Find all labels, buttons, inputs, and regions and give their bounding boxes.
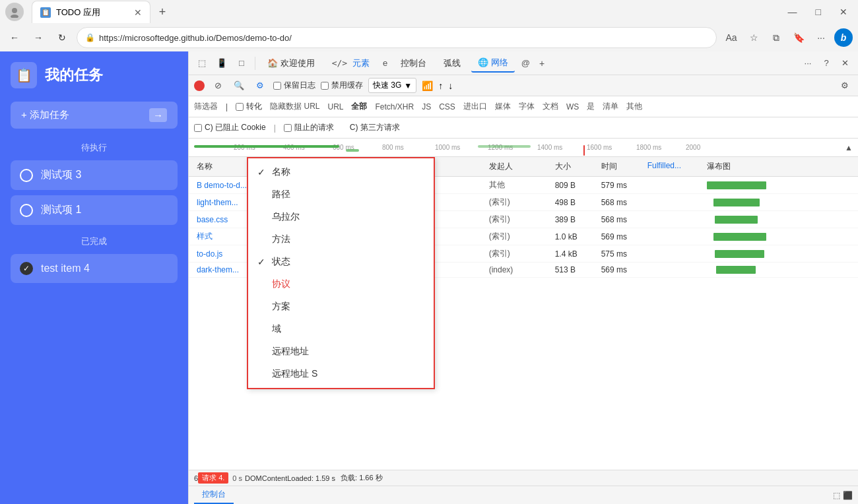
tabs-area: 📋 TODO 应用 ✕ + [32,1,172,23]
context-menu-item-name[interactable]: 名称 [248,161,434,183]
record-button[interactable] [194,80,205,91]
favorite-icon[interactable]: ☆ [744,28,763,47]
tab-close-button[interactable]: ✕ [134,7,142,18]
new-tab-button[interactable]: + [153,3,172,21]
context-menu-item-domain[interactable]: 域 [248,318,434,340]
cell-initiator: (索引) [486,196,552,208]
profile-icon[interactable] [5,3,24,21]
collections-icon[interactable]: 🔖 [789,28,808,47]
close-button[interactable]: ✕ [834,4,853,20]
third-party-checkbox[interactable]: C) 第三方请求 [350,122,400,133]
url-bar[interactable]: 🔒 https://microsoftedge.github.io/Demos/… [77,27,717,48]
list-item[interactable]: 测试项 1 [11,195,178,225]
convert-checkbox[interactable]: 转化 [236,101,262,112]
tab-at-label[interactable]: @ [519,58,533,68]
main-content: 📋 我的任务 + 添加任务 → 待执行 测试项 3 测试项 1 已完成 ✓ te… [0,51,858,504]
context-menu-item-scheme[interactable]: 方案 [248,296,434,318]
refresh-button[interactable]: ↻ [53,28,71,47]
context-menu[interactable]: 名称 路径 乌拉尔 方法 状态 协议 [247,157,435,389]
filter-other-button[interactable]: 其他 [626,101,642,112]
help-icon[interactable]: ? [818,55,834,71]
svg-point-0 [12,8,17,13]
devtools-toolbar: ⬚ 📱 □ 🏠 欢迎使用 </> 元素 e 控制台 弧线 🌐 网络 [189,51,858,75]
tab-elements[interactable]: </> 元素 [325,55,376,72]
convert-label: 转化 [246,101,262,112]
context-menu-item-remote-address-s[interactable]: 远程地址 S [248,363,434,385]
col-initiator-header[interactable]: 发起人 [486,160,552,173]
context-menu-item-path[interactable]: 路径 [248,183,434,206]
filter-clear-button[interactable]: 清单 [603,101,618,112]
read-aloud-icon[interactable]: Aa [722,28,741,47]
back-button[interactable]: ← [5,28,24,47]
cell-waterfall [704,181,853,190]
settings-icon[interactable]: ⚙ [837,78,853,94]
context-menu-item-remote-address[interactable]: 远程地址 [248,340,434,363]
timeline-marker-red [583,145,585,156]
maximize-button[interactable]: □ [810,4,826,20]
filter-doc-button[interactable]: 文档 [543,101,558,112]
timeline-mark-800: 800 ms [382,144,404,151]
filter-is-button[interactable]: 是 [587,101,595,112]
search-icon[interactable]: 🔍 [231,78,247,94]
col-time-header[interactable]: 时间 [599,160,645,173]
minimize-button[interactable]: — [783,4,803,20]
tab-e-label[interactable]: e [380,58,390,68]
filter-media-button[interactable]: 媒体 [495,101,511,112]
cell-fulfilled [645,253,704,255]
filter-icon[interactable]: ⚙ [252,78,268,94]
context-menu-item-status[interactable]: 状态 [248,251,434,273]
tab-console-bottom[interactable]: 控制台 [194,486,234,504]
context-menu-item-ural[interactable]: 乌拉尔 [248,206,434,228]
add-task-button[interactable]: + 添加任务 → [11,102,178,129]
col-waterfall-header[interactable]: 瀑布图 [704,160,853,173]
preserve-log-checkbox[interactable]: 保留日志 [273,80,315,91]
timeline-mark-2000: 2000 [686,144,700,151]
network-speed-dropdown[interactable]: 快速 3G ▼ [368,78,416,93]
blocked-requests-checkbox[interactable]: 阻止的请求 [284,122,334,133]
split-screen-icon[interactable]: ⧉ [767,28,785,47]
context-menu-item-method[interactable]: 方法 [248,228,434,251]
completed-circle-icon: ✓ [20,262,33,275]
task-circle-icon [20,169,33,182]
inspect-element-icon[interactable]: ⬚ [194,55,210,71]
filter-js-button[interactable]: JS [422,102,431,111]
tab-arc[interactable]: 弧线 [437,55,467,72]
tab-console[interactable]: 控制台 [394,55,433,72]
error-badge[interactable]: 请求 4. [198,472,228,484]
tab-welcome[interactable]: 🏠 欢迎使用 [261,55,321,72]
clear-button[interactable]: ⊘ [210,78,226,94]
filter-all-button[interactable]: 全部 [351,101,367,112]
toolbar-divider [255,57,255,70]
device-emulation-icon[interactable]: 📱 [214,55,230,71]
list-item[interactable]: ✓ test item 4 [11,254,178,283]
close-devtools-icon[interactable]: ✕ [837,55,853,71]
filter-font-button[interactable]: 字体 [519,101,535,112]
url-text: https://microsoftedge.github.io/Demos/de… [99,33,292,43]
forward-button[interactable]: → [29,28,48,47]
tab-network[interactable]: 🌐 网络 [471,54,515,73]
network-table: 名称 发起人 大小 时间 Fulfilled... 瀑布图 [189,157,858,486]
screenshot-icon[interactable]: □ [234,55,249,71]
col-fulfilled-header[interactable]: Fulfilled... [645,160,704,173]
tab-plus-label[interactable]: + [537,58,547,69]
block-cookies-checkbox[interactable]: C) 已阻止 Cookie [194,122,266,133]
collapse-icon[interactable]: ⬛ [843,491,853,500]
filter-ws-button[interactable]: WS [566,102,579,111]
col-size-header[interactable]: 大小 [552,160,599,173]
cell-initiator: (索引) [486,230,552,243]
filter-fetch-button[interactable]: Fetch/XHR [375,102,414,111]
cell-time: 569 ms [599,265,645,275]
expand-icon[interactable]: ⬚ [833,491,840,500]
todo-app-icon: 📋 [11,62,37,88]
active-tab[interactable]: 📋 TODO 应用 ✕ [32,1,150,23]
more-tools-icon[interactable]: ··· [812,28,830,47]
list-item[interactable]: 测试项 3 [11,160,178,190]
sort-waterfall-icon[interactable]: ▲ [845,143,853,152]
bing-button[interactable]: b [834,28,853,47]
disable-cache-checkbox[interactable]: 禁用缓存 [321,80,363,91]
context-menu-item-protocol[interactable]: 协议 [248,273,434,296]
network-status-bar: 6 请求 4. 0 s DOMContentLoaded: 1.59 s 负载:… [189,470,858,486]
filter-css-button[interactable]: CSS [439,102,455,111]
filter-import-button[interactable]: 进出口 [463,101,487,112]
more-options-icon[interactable]: ··· [800,55,816,71]
